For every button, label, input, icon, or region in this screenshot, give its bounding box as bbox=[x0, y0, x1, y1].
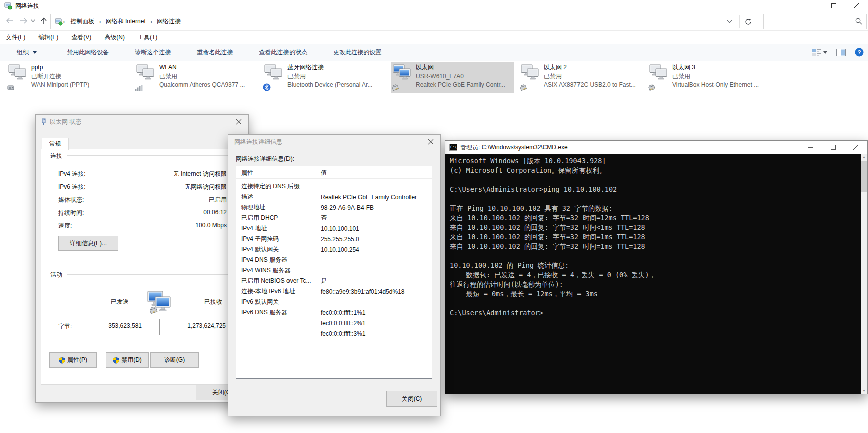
adapter-item-WLAN[interactable]: WLAN已禁用Qualcomm Atheros QCA9377 ... bbox=[134, 62, 257, 93]
toolbar-item[interactable]: 禁用此网络设备 bbox=[67, 48, 109, 57]
scroll-up-icon[interactable]: ▲ bbox=[861, 154, 867, 160]
details-row[interactable]: 描述Realtek PCIe GbE Family Controller bbox=[236, 192, 432, 202]
minimize-icon[interactable] bbox=[800, 0, 823, 11]
up-icon[interactable] bbox=[38, 15, 49, 26]
adapter-device: Bluetooth Device (Personal Ar... bbox=[287, 81, 372, 90]
details-button[interactable]: 详细信息(E)... bbox=[58, 236, 118, 251]
change-view-icon[interactable] bbox=[812, 48, 827, 57]
status-row-value: 已启用 bbox=[127, 196, 227, 204]
adapter-name: 以太网 3 bbox=[672, 63, 759, 72]
details-row[interactable]: IPv4 WINS 服务器 bbox=[236, 265, 432, 276]
adapter-status: 已禁用 bbox=[672, 72, 759, 81]
adapter-device: ASIX AX88772C USB2.0 to Fast... bbox=[544, 81, 636, 90]
console-line: C:\Users\Administrator> bbox=[450, 308, 861, 318]
toolbar-item[interactable]: 重命名此连接 bbox=[197, 48, 233, 57]
status-row-value: 无 Internet 访问权限 bbox=[127, 170, 227, 178]
details-row[interactable]: 连接-本地 IPv6 地址fe80::a9e9:3b91:af01:4d5d%1… bbox=[236, 286, 432, 297]
tab-general[interactable]: 常规 bbox=[42, 138, 69, 150]
adapter-item-以太网[interactable]: 以太网USR-W610_F7A0Realtek PCIe GbE Family … bbox=[391, 62, 514, 93]
breadcrumb-segment[interactable]: 控制面板 bbox=[69, 17, 96, 26]
toolbar-item[interactable]: 查看此连接的状态 bbox=[259, 48, 307, 57]
adapter-name: pptp bbox=[31, 63, 89, 72]
recent-pages-chevron-icon[interactable] bbox=[29, 15, 36, 26]
details-row[interactable]: fec0:0:0:ffff::2%1 bbox=[236, 318, 432, 328]
details-row[interactable]: IPv4 默认网关10.10.100.254 bbox=[236, 244, 432, 255]
network-location-icon bbox=[55, 18, 63, 26]
refresh-icon[interactable] bbox=[739, 15, 757, 28]
search-box[interactable] bbox=[763, 14, 867, 29]
details-dialog-close-icon[interactable] bbox=[426, 138, 435, 146]
column-value[interactable]: 值 bbox=[321, 169, 327, 177]
breadcrumb-segment[interactable]: 网络和 Internet bbox=[104, 17, 147, 26]
adapter-status: 已禁用 bbox=[287, 72, 372, 81]
details-row[interactable]: IPv4 子网掩码255.255.255.0 bbox=[236, 234, 432, 244]
adapter-item-以太网-3[interactable]: 以太网 3已禁用VirtualBox Host-Only Ethernet ..… bbox=[647, 62, 770, 93]
cmd-close-icon[interactable] bbox=[845, 141, 867, 154]
scrollbar-thumb[interactable] bbox=[861, 161, 867, 192]
column-divider[interactable] bbox=[316, 168, 316, 177]
adapter-status: 已断开连接 bbox=[31, 72, 89, 81]
status-dialog-close-icon[interactable] bbox=[234, 118, 243, 126]
details-row[interactable]: 物理地址98-29-A6-9A-B4-FB bbox=[236, 202, 432, 213]
details-row[interactable]: IPv4 DNS 服务器 bbox=[236, 255, 432, 265]
cmd-title: 管理员: C:\Windows\system32\CMD.exe bbox=[460, 143, 568, 152]
breadcrumb-segment[interactable]: 网络连接 bbox=[155, 17, 182, 26]
explorer-window-controls bbox=[800, 0, 868, 11]
diagnose-button[interactable]: 诊断(G) bbox=[150, 352, 199, 368]
value-cell: 255.255.255.0 bbox=[318, 236, 359, 243]
menu-item-E[interactable]: 编辑(E) bbox=[38, 33, 58, 42]
cmd-window: C:\ 管理员: C:\Windows\system32\CMD.exe Mic… bbox=[445, 140, 868, 394]
cmd-maximize-icon[interactable] bbox=[822, 141, 845, 154]
details-row[interactable]: IPv6 默认网关 bbox=[236, 297, 432, 307]
search-icon[interactable] bbox=[855, 18, 862, 25]
property-cell: IPv4 子网掩码 bbox=[236, 235, 318, 243]
close-icon[interactable] bbox=[845, 0, 868, 11]
toolbar-item[interactable]: 诊断这个连接 bbox=[135, 48, 171, 57]
ethernet-overlay-icon bbox=[519, 83, 527, 91]
menu-item-N[interactable]: 高级(N) bbox=[104, 33, 125, 42]
adapter-item-蓝牙网络连接[interactable]: 蓝牙网络连接已禁用Bluetooth Device (Personal Ar..… bbox=[262, 62, 386, 93]
disable-button[interactable]: 禁用(D) bbox=[106, 352, 149, 368]
console-scrollbar[interactable]: ▲ ▼ bbox=[861, 154, 867, 394]
toolbar-item[interactable]: 更改此连接的设置 bbox=[333, 48, 381, 57]
adapter-item-以太网-2[interactable]: 以太网 2已禁用ASIX AX88772C USB2.0 to Fast... bbox=[519, 62, 642, 93]
bytes-received-value: 1,273,624,725 bbox=[176, 322, 226, 329]
scroll-down-icon[interactable]: ▼ bbox=[861, 387, 867, 394]
status-row-label: 持续时间: bbox=[58, 209, 84, 217]
address-dropdown-chevron-icon[interactable] bbox=[727, 20, 732, 23]
cmd-titlebar: C:\ 管理员: C:\Windows\system32\CMD.exe bbox=[445, 141, 867, 154]
adapter-text: 以太网USR-W610_F7A0Realtek PCIe GbE Family … bbox=[416, 63, 505, 92]
forward-icon[interactable] bbox=[18, 15, 29, 26]
console-line bbox=[450, 175, 861, 185]
help-icon[interactable]: ? bbox=[855, 48, 864, 57]
value-cell: 否 bbox=[318, 214, 327, 222]
breadcrumb-separator: › bbox=[63, 18, 65, 25]
details-row[interactable]: 已启用 NetBIOS over Tc...是 bbox=[236, 276, 432, 286]
property-cell: IPv4 DNS 服务器 bbox=[236, 256, 318, 264]
details-close-button[interactable]: 关闭(C) bbox=[386, 391, 437, 407]
preview-pane-icon[interactable] bbox=[836, 49, 846, 56]
search-input[interactable] bbox=[767, 16, 854, 27]
organize-menu[interactable]: 组织 bbox=[17, 48, 37, 57]
menu-item-T[interactable]: 工具(T) bbox=[138, 33, 157, 42]
cmd-minimize-icon[interactable] bbox=[800, 141, 822, 154]
dual-monitor-icon bbox=[136, 64, 156, 81]
adapter-item-pptp[interactable]: pptp已断开连接WAN Miniport (PPTP) bbox=[6, 62, 129, 93]
details-row[interactable]: IPv4 地址10.10.100.101 bbox=[236, 223, 432, 234]
details-row[interactable]: fec0:0:0:ffff::3%1 bbox=[236, 328, 432, 339]
breadcrumb-bar[interactable]: › 控制面板›网络和 Internet›网络连接 bbox=[50, 14, 758, 29]
ethernet-overlay-icon bbox=[648, 83, 656, 91]
dual-monitor-icon bbox=[264, 64, 284, 81]
properties-button[interactable]: 属性(P) bbox=[49, 352, 97, 368]
activity-group-line bbox=[67, 274, 234, 275]
back-icon[interactable] bbox=[4, 15, 15, 26]
value-cell: fec0:0:0:ffff::3%1 bbox=[318, 330, 365, 337]
maximize-icon[interactable] bbox=[823, 0, 845, 11]
details-rows: 连接特定的 DNS 后缀描述Realtek PCIe GbE Family Co… bbox=[236, 179, 432, 339]
details-row[interactable]: IPv6 DNS 服务器fec0:0:0:ffff::1%1 bbox=[236, 307, 432, 318]
details-row[interactable]: 已启用 DHCP否 bbox=[236, 213, 432, 223]
column-property[interactable]: 属性 bbox=[241, 169, 253, 177]
details-row[interactable]: 连接特定的 DNS 后缀 bbox=[236, 181, 432, 192]
menu-item-F[interactable]: 文件(F) bbox=[6, 33, 25, 42]
menu-item-V[interactable]: 查看(V) bbox=[71, 33, 91, 42]
